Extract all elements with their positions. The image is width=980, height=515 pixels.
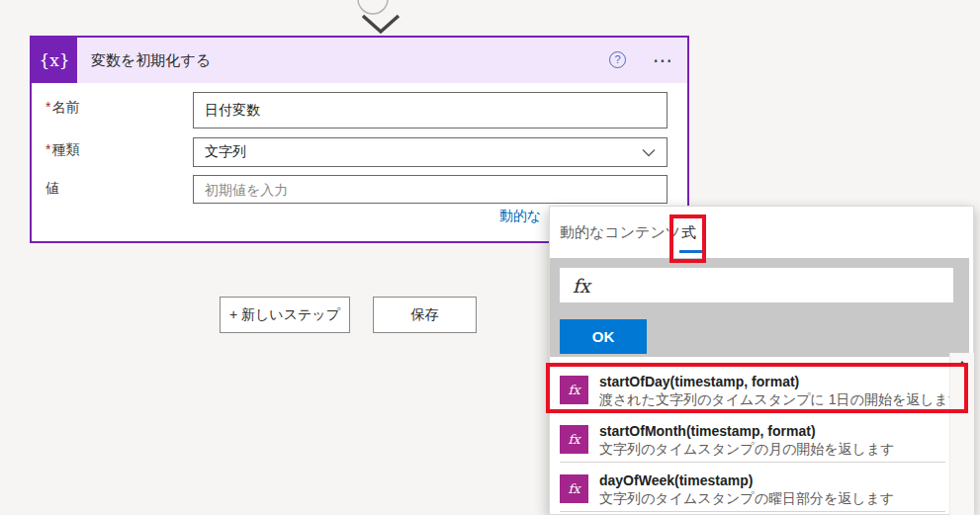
save-button[interactable]: 保存	[373, 297, 477, 333]
more-options-icon[interactable]: ⋯	[653, 50, 673, 70]
flow-designer-canvas: {x} 変数を初期化する ? ⋯ *名前 *種類 文字列 値 動的な + 新しい…	[0, 0, 980, 515]
card-title: 変数を初期化する	[91, 51, 211, 70]
function-item-startofmonth[interactable]: fx startOfMonth(timestamp, format) 文字列のタ…	[560, 423, 940, 457]
name-field-input[interactable]	[193, 92, 668, 129]
expression-input[interactable]: fx	[560, 268, 953, 302]
fx-function-icon: fx	[560, 474, 588, 503]
function-text: startOfDay(timestamp, format) 渡された文字列のタイ…	[599, 374, 962, 407]
scroll-up-icon[interactable]	[957, 361, 967, 367]
variable-connector-icon: {x}	[32, 38, 77, 83]
insert-step-arrow-icon[interactable]	[348, 0, 411, 40]
new-step-button[interactable]: + 新しいステップ	[220, 297, 350, 333]
function-text: dayOfWeek(timestamp) 文字列のタイムスタンプの曜日部分を返し…	[599, 472, 894, 506]
type-field-label: *種類	[45, 141, 79, 159]
chevron-down-icon	[642, 148, 656, 157]
ok-button[interactable]: OK	[560, 319, 647, 354]
fx-icon: fx	[573, 275, 590, 297]
tab-expression[interactable]: 式	[681, 223, 696, 242]
expression-editor-panel: fx OK	[550, 258, 969, 357]
function-name: dayOfWeek(timestamp)	[599, 472, 894, 488]
function-item-startofday[interactable]: fx startOfDay(timestamp, format) 渡された文字列…	[560, 374, 940, 407]
function-text: startOfMonth(timestamp, format) 文字列のタイムス…	[599, 423, 895, 457]
function-description: 文字列のタイムスタンプの曜日部分を返します	[599, 491, 894, 506]
add-dynamic-content-link[interactable]: 動的な	[499, 208, 541, 225]
dynamic-content-popup: 動的なコンテンツ 式 fx OK fx startOfDay(timestamp…	[549, 206, 974, 515]
card-header[interactable]: {x} 変数を初期化する ? ⋯	[32, 38, 687, 83]
function-list-scrollbar[interactable]	[949, 353, 974, 515]
help-icon[interactable]: ?	[609, 51, 626, 68]
function-name: startOfMonth(timestamp, format)	[599, 423, 895, 439]
function-description: 渡された文字列のタイムスタンプに 1日の開始を返します	[599, 392, 962, 407]
function-description: 文字列のタイムスタンプの月の開始を返します	[599, 442, 895, 457]
type-dropdown[interactable]: 文字列	[193, 137, 668, 167]
function-item-dayofweek[interactable]: fx dayOfWeek(timestamp) 文字列のタイムスタンプの曜日部分…	[560, 472, 940, 506]
list-separator	[560, 511, 945, 512]
required-mark: *	[45, 99, 50, 115]
fx-function-icon: fx	[560, 376, 588, 404]
value-field-input[interactable]	[193, 175, 668, 204]
required-mark: *	[45, 141, 50, 157]
function-name: startOfDay(timestamp, format)	[599, 374, 962, 389]
name-field-label: *名前	[45, 99, 79, 117]
fx-function-icon: fx	[560, 425, 588, 454]
list-separator	[560, 462, 945, 463]
active-tab-underline	[679, 250, 703, 253]
tab-dynamic-content[interactable]: 動的なコンテンツ	[560, 223, 680, 242]
value-field-label: 値	[45, 180, 59, 198]
type-dropdown-value: 文字列	[205, 143, 246, 161]
